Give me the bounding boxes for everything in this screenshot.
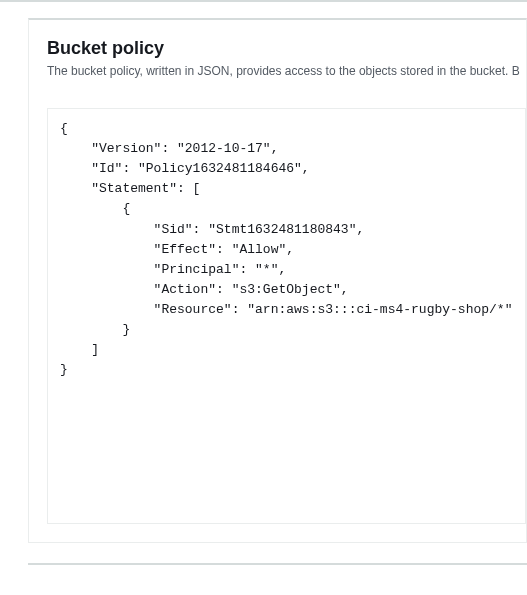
top-divider — [0, 0, 527, 2]
bottom-divider — [28, 563, 527, 565]
spacer — [0, 0, 527, 18]
policy-json-container[interactable]: { "Version": "2012-10-17", "Id": "Policy… — [47, 108, 526, 524]
section-header: Bucket policy The bucket policy, written… — [47, 38, 526, 80]
policy-json-code: { "Version": "2012-10-17", "Id": "Policy… — [60, 119, 513, 381]
bucket-policy-section: Bucket policy The bucket policy, written… — [28, 18, 527, 543]
section-title: Bucket policy — [47, 38, 526, 59]
section-description: The bucket policy, written in JSON, prov… — [47, 63, 526, 80]
